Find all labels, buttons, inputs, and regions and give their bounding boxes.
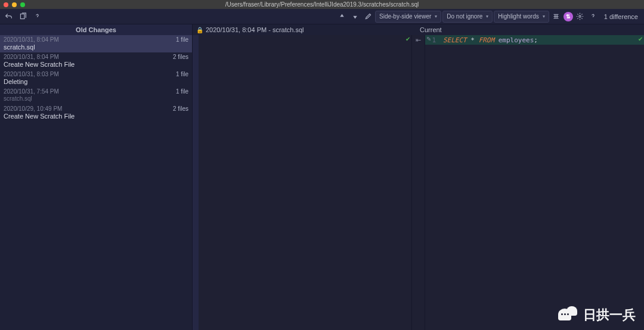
- history-file-count: 2 files: [173, 54, 188, 61]
- viewer-mode-select[interactable]: Side-by-side viewer ▾: [375, 11, 441, 23]
- history-timestamp: 2020/10/31, 8:03 PM: [4, 71, 59, 78]
- diff-toolbar: Side-by-side viewer ▾ Do not ignore ▾ Hi…: [0, 9, 644, 24]
- chevron-down-icon: ▾: [435, 14, 437, 19]
- left-revision-label: 2020/10/31, 8:04 PM - scratch.sql: [206, 26, 304, 33]
- editable-icon: ✎: [426, 36, 431, 42]
- viewer-mode-label: Side-by-side viewer: [379, 13, 431, 20]
- check-icon: ✔: [405, 36, 410, 42]
- history-description: Create New Scratch File: [4, 61, 188, 68]
- history-item[interactable]: 2020/10/31, 8:04 PM2 files Create New Sc…: [0, 52, 192, 70]
- chevron-down-icon: ▾: [486, 14, 488, 19]
- diff-connector: ⇤: [412, 35, 425, 330]
- prev-diff-icon[interactable]: [336, 11, 348, 23]
- svg-rect-0: [20, 14, 24, 18]
- history-item[interactable]: 2020/10/31, 8:04 PM1 file scratch.sql: [0, 35, 192, 52]
- history-sidebar: Old Changes 2020/10/31, 8:04 PM1 file sc…: [0, 24, 193, 330]
- history-description: Deleting: [4, 78, 188, 85]
- maximize-window-button[interactable]: [20, 2, 25, 7]
- history-timestamp: 2020/10/31, 8:04 PM: [4, 54, 59, 61]
- sync-scroll-badge[interactable]: ⇅: [564, 12, 573, 21]
- history-item[interactable]: 2020/10/31, 7:54 PM1 file scratch.sql: [0, 87, 192, 104]
- undo-icon[interactable]: [2, 11, 14, 23]
- check-icon: ✔: [638, 36, 643, 42]
- close-window-button[interactable]: [4, 2, 8, 7]
- history-list[interactable]: 2020/10/31, 8:04 PM1 file scratch.sql 20…: [0, 35, 192, 330]
- help2-icon[interactable]: [587, 11, 599, 23]
- history-file-count: 2 files: [173, 105, 188, 113]
- history-timestamp: 2020/10/31, 7:54 PM: [4, 88, 59, 95]
- edit-icon[interactable]: [362, 11, 374, 23]
- minimize-window-button[interactable]: [12, 2, 17, 7]
- window-titlebar: /Users/fraser/Library/Preferences/Intell…: [0, 0, 644, 9]
- traffic-lights: [4, 2, 25, 7]
- chevron-down-icon: ▾: [543, 14, 545, 19]
- history-description: Create New Scratch File: [4, 113, 188, 120]
- diff-count-label: 1 difference: [604, 13, 638, 20]
- copy-icon[interactable]: [17, 11, 29, 23]
- next-diff-icon[interactable]: [349, 11, 361, 23]
- code-line[interactable]: 1 SELECT * FROM employees;: [425, 35, 644, 45]
- diff-header: 🔒 2020/10/31, 8:04 PM - scratch.sql Curr…: [193, 24, 644, 35]
- history-item[interactable]: 2020/10/31, 8:03 PM1 file Deleting: [0, 70, 192, 87]
- history-file-count: 1 file: [176, 88, 188, 95]
- left-diff-pane[interactable]: ✔: [193, 35, 412, 330]
- diff-area: 🔒 2020/10/31, 8:04 PM - scratch.sql Curr…: [193, 24, 644, 330]
- history-file-count: 1 file: [176, 71, 188, 78]
- ignore-mode-label: Do not ignore: [447, 13, 482, 20]
- highlight-mode-label: Highlight words: [498, 13, 538, 20]
- history-subtext: scratch.sql: [4, 95, 188, 102]
- sidebar-header: Old Changes: [0, 24, 192, 35]
- help-icon[interactable]: [31, 11, 43, 23]
- collapse-unchanged-icon[interactable]: [550, 11, 562, 23]
- history-timestamp: 2020/10/31, 8:04 PM: [4, 36, 59, 43]
- history-description: scratch.sql: [4, 43, 188, 51]
- left-gutter: [193, 35, 199, 330]
- history-item[interactable]: 2020/10/29, 10:49 PM2 files Create New S…: [0, 104, 192, 122]
- lock-icon: 🔒: [196, 27, 203, 33]
- insert-arrow-icon[interactable]: ⇤: [412, 35, 425, 45]
- settings-gear-icon[interactable]: [574, 11, 586, 23]
- highlight-mode-select[interactable]: Highlight words ▾: [494, 11, 549, 23]
- right-revision-label: Current: [420, 26, 640, 33]
- history-file-count: 1 file: [176, 36, 188, 43]
- code-text: SELECT * FROM employees;: [439, 36, 644, 44]
- history-timestamp: 2020/10/29, 10:49 PM: [4, 105, 62, 113]
- window-title: /Users/fraser/Library/Preferences/Intell…: [0, 1, 644, 8]
- right-diff-pane[interactable]: ✎ ✔ 1 SELECT * FROM employees;: [425, 35, 644, 330]
- svg-point-1: [579, 15, 581, 17]
- main-area: Old Changes 2020/10/31, 8:04 PM1 file sc…: [0, 24, 644, 330]
- ignore-mode-select[interactable]: Do not ignore ▾: [442, 11, 493, 23]
